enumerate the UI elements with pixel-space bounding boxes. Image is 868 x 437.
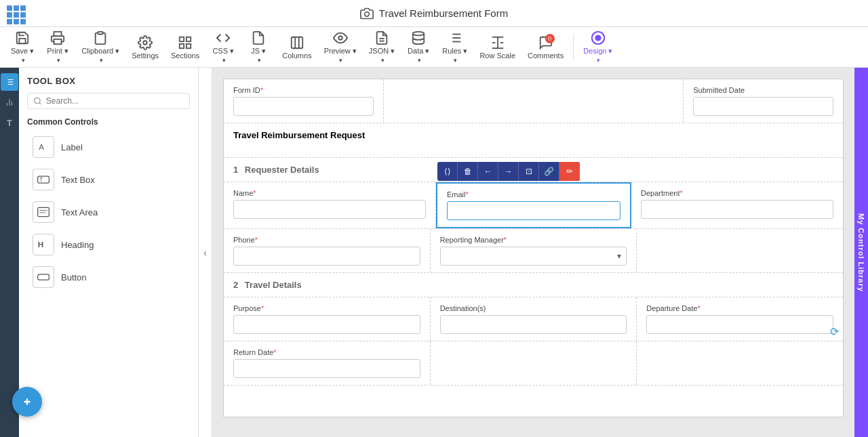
department-label: Department* xyxy=(641,189,833,197)
sidebar-icon-chart[interactable] xyxy=(1,93,18,111)
toolbar-print[interactable]: Print ▾ xyxy=(41,28,75,66)
phone-cell: Phone* xyxy=(224,229,431,272)
purpose-input[interactable] xyxy=(233,315,420,334)
svg-text:H: H xyxy=(38,240,43,249)
textbox-icon: T xyxy=(33,169,54,190)
toolbar-css[interactable]: CSS ▾ xyxy=(206,28,240,66)
purpose-cell: Purpose* xyxy=(224,297,431,341)
form-id-input[interactable] xyxy=(233,97,374,116)
submitted-date-input[interactable] xyxy=(693,97,833,116)
toolbar-data[interactable]: Data ▾ xyxy=(401,28,435,66)
toolbar-design[interactable]: Design ▾ xyxy=(578,28,618,66)
email-input[interactable] xyxy=(447,201,620,220)
toolbox-search-box[interactable] xyxy=(27,93,190,109)
design-label: Design ▾ xyxy=(583,47,612,56)
button-icon xyxy=(33,266,54,288)
preview-label: Preview ▾ xyxy=(324,47,357,56)
email-toolbar-link[interactable]: 🔗 xyxy=(539,162,559,181)
toolbox-title: TOOL BOX xyxy=(27,76,190,86)
search-input[interactable] xyxy=(46,96,184,106)
department-cell: Department* xyxy=(631,182,843,228)
email-label: Email* xyxy=(447,190,620,199)
svg-rect-6 xyxy=(186,43,191,47)
destinations-input[interactable] xyxy=(440,315,627,334)
phone-manager-row: Phone* Reporting Manager* ▾ xyxy=(224,229,843,273)
reporting-manager-select[interactable] xyxy=(440,247,627,266)
main-layout: T TOOL BOX Common Controls A Label T Tex… xyxy=(0,68,868,437)
email-toolbar-left[interactable]: ← xyxy=(478,162,498,181)
toolbar-rowscale[interactable]: Row Scale xyxy=(474,33,521,62)
fab-button[interactable] xyxy=(12,387,42,417)
departure-date-input[interactable] xyxy=(646,315,833,334)
svg-rect-42 xyxy=(38,274,50,280)
return-date-label: Return Date* xyxy=(233,348,420,356)
submitted-date-label: Submitted Date xyxy=(693,86,833,94)
textarea-icon xyxy=(33,201,54,223)
data-label: Data ▾ xyxy=(408,47,429,56)
form-canvas: Form ID* Submitted Date Travel Reimburse… xyxy=(212,68,854,437)
toolbar-rules[interactable]: Rules ▾ xyxy=(437,28,473,66)
toolbar-columns[interactable]: Columns xyxy=(277,33,317,62)
svg-rect-7 xyxy=(180,43,184,47)
rowscale-label: Row Scale xyxy=(479,51,515,60)
camera-icon xyxy=(360,7,374,20)
toolbox-item-textbox[interactable]: T Text Box xyxy=(27,165,190,194)
form-title-cell: Travel Reimbursement Request xyxy=(224,123,843,157)
toolbar-js[interactable]: JS ▾ xyxy=(241,28,275,66)
search-icon xyxy=(33,96,42,106)
name-label: Name* xyxy=(233,189,426,197)
phone-input[interactable] xyxy=(233,247,420,266)
email-cell-inner: Email* xyxy=(437,184,630,227)
email-toolbar-right[interactable]: → xyxy=(498,162,519,181)
button-item-text: Button xyxy=(61,272,87,283)
toolbar-settings[interactable]: Settings xyxy=(126,33,164,62)
toolbox-section-label: Common Controls xyxy=(27,117,190,127)
return-date-cell: Return Date* xyxy=(224,341,431,385)
return-date-row: Return Date* xyxy=(224,341,843,386)
json-label: JSON ▾ xyxy=(369,47,395,56)
toolbar-comments[interactable]: 0 Comments xyxy=(522,33,569,62)
toolbox-item-textarea[interactable]: Text Area xyxy=(27,197,190,227)
svg-text:T: T xyxy=(39,176,43,183)
purpose-label: Purpose* xyxy=(233,304,420,312)
form-id-label: Form ID* xyxy=(233,86,374,94)
rules-label: Rules ▾ xyxy=(442,47,467,56)
email-cell[interactable]: ⟨⟩ 🗑 ← → ⊡ 🔗 ✏ Email* xyxy=(436,182,631,228)
email-toolbar-delete[interactable]: 🗑 xyxy=(458,162,478,181)
js-label: JS ▾ xyxy=(251,47,266,56)
return-date-input[interactable] xyxy=(233,359,420,378)
toolbar-preview[interactable]: Preview ▾ xyxy=(319,28,362,66)
toolbox-item-heading[interactable]: H Heading xyxy=(27,230,190,259)
svg-rect-38 xyxy=(38,207,50,216)
sidebar-icon-list[interactable] xyxy=(1,73,18,91)
email-toolbar-edit[interactable]: ✏ xyxy=(559,162,580,181)
toolbar-save[interactable]: Save ▾ xyxy=(5,28,39,66)
departure-date-label: Departure Date* xyxy=(646,304,833,312)
refresh-icon[interactable]: ⟳ xyxy=(830,325,839,338)
toolbar-sections[interactable]: Sections xyxy=(165,33,205,62)
toolbar-json[interactable]: JSON ▾ xyxy=(363,28,400,66)
css-label: CSS ▾ xyxy=(212,47,234,56)
purpose-dest-departure-row: Purpose* Destination(s) Departure Date* … xyxy=(224,297,843,341)
right-control-library-panel[interactable]: My Control Library xyxy=(854,68,868,437)
sections-label: Sections xyxy=(171,51,199,60)
toolbox-item-button[interactable]: Button xyxy=(27,262,190,292)
toolbox-items: A Label T Text Box Text Area xyxy=(27,132,190,292)
label-item-text: Label xyxy=(61,142,83,152)
department-input[interactable] xyxy=(641,200,833,219)
form-id-cell: Form ID* xyxy=(224,79,384,123)
sidebar-icon-text[interactable]: T xyxy=(1,114,18,131)
name-input[interactable] xyxy=(233,200,426,219)
sidebar-icons: T xyxy=(0,68,19,437)
toolbar-clipboard[interactable]: Clipboard ▾ xyxy=(76,28,125,66)
toolbox-collapse-button[interactable]: ‹ xyxy=(199,68,212,437)
email-toolbar-code[interactable]: ⟨⟩ xyxy=(437,162,458,181)
app-grid-icon[interactable] xyxy=(7,5,26,24)
svg-rect-5 xyxy=(186,37,191,41)
toolbox-item-label[interactable]: A Label xyxy=(27,132,190,162)
textarea-item-text: Text Area xyxy=(61,207,98,217)
svg-point-0 xyxy=(364,12,369,16)
empty-cell-2 xyxy=(637,229,843,272)
email-toolbar-copy[interactable]: ⊡ xyxy=(519,162,539,181)
section-1-label: Requester Details xyxy=(245,165,319,175)
